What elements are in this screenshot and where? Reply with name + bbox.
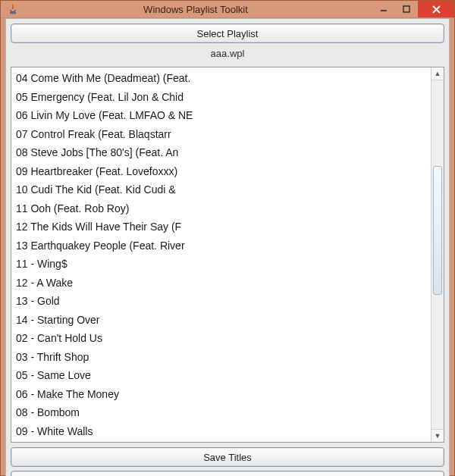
playlist-list[interactable]: 04 Come With Me (Deadmeat) (Feat.05 Emer… (11, 67, 431, 442)
list-item[interactable]: 12 - A Wake (11, 274, 431, 293)
java-icon (7, 3, 19, 15)
list-item[interactable]: 09 - White Walls (11, 422, 431, 441)
list-item[interactable]: 11 Ooh (Feat. Rob Roy) (11, 199, 431, 218)
svg-point-0 (10, 12, 16, 14)
list-item[interactable]: 05 - Same Love (11, 366, 431, 385)
playlist-list-container: 04 Come With Me (Deadmeat) (Feat.05 Emer… (11, 67, 444, 443)
list-item[interactable]: 09 Heartbreaker (Feat. Lovefoxxx) (11, 162, 431, 181)
minimize-button[interactable] (372, 1, 395, 17)
scroll-thumb[interactable] (433, 166, 442, 295)
scroll-down-button[interactable]: ▼ (431, 429, 444, 442)
list-item[interactable]: 13 - Gold (11, 292, 431, 311)
list-item[interactable]: 14 - Starting Over (11, 311, 431, 330)
list-item[interactable]: 06 - Make The Money (11, 385, 431, 404)
list-item[interactable]: 08 - Bombom (11, 403, 431, 422)
list-item[interactable]: 02 - Can't Hold Us (11, 329, 431, 348)
bottom-button-group: Save Titles Save Files (11, 447, 444, 476)
list-item[interactable]: 04 Come With Me (Deadmeat) (Feat. (11, 69, 431, 88)
titlebar[interactable]: Windows Playlist Toolkit (1, 1, 454, 18)
maximize-button[interactable] (395, 1, 418, 17)
content-panel: Select Playlist aaa.wpl 04 Come With Me … (5, 18, 450, 476)
list-item[interactable]: 05 Emergency (Feat. Lil Jon & Chid (11, 88, 431, 107)
save-files-button[interactable]: Save Files (11, 471, 444, 476)
app-window: Windows Playlist Toolkit Select Playlist… (0, 0, 455, 476)
list-item[interactable]: 11 - Wing$ (11, 255, 431, 274)
list-item[interactable]: 03 - Thrift Shop (11, 348, 431, 367)
window-title: Windows Playlist Toolkit (19, 4, 372, 15)
list-item[interactable]: 12 The Kids Will Have Their Say (F (11, 218, 431, 236)
list-item[interactable]: 10 Cudi The Kid (Feat. Kid Cudi & (11, 180, 431, 199)
list-item[interactable]: 08 Steve Jobs [The 80's] (Feat. An (11, 143, 431, 162)
select-playlist-button[interactable]: Select Playlist (11, 23, 444, 43)
vertical-scrollbar[interactable]: ▲ ▼ (431, 67, 444, 442)
window-controls (372, 1, 454, 17)
playlist-filename-label: aaa.wpl (11, 43, 444, 67)
list-item[interactable]: 13 Earthquakey People (Feat. River (11, 236, 431, 255)
scroll-up-button[interactable]: ▲ (431, 67, 444, 80)
list-item[interactable]: 06 Livin My Love (Feat. LMFAO & NE (11, 106, 431, 125)
svg-rect-2 (403, 6, 410, 12)
list-item[interactable]: 07 Control Freak (Feat. Blaqstarr (11, 125, 431, 144)
save-titles-button[interactable]: Save Titles (11, 447, 444, 467)
close-button[interactable] (418, 1, 454, 17)
